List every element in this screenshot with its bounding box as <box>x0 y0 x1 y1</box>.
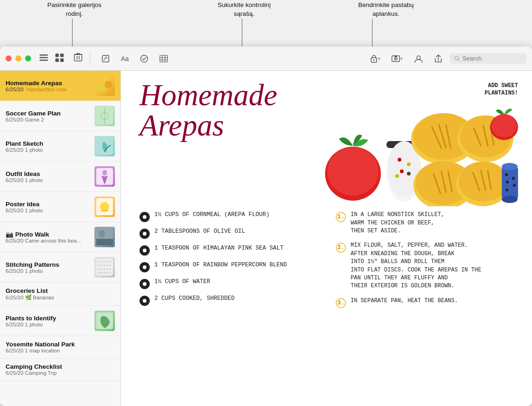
svg-rect-7 <box>74 54 82 61</box>
bullet-1 <box>140 212 150 222</box>
note-item-2[interactable]: Soccer Game Plan 6/25/20 Game 2 <box>0 101 120 131</box>
format-text-button[interactable]: Aa <box>117 53 133 64</box>
svg-point-38 <box>100 202 109 211</box>
note-item-6[interactable]: 📷 Photo Walk 6/25/20 Came across this be… <box>0 222 120 252</box>
note-title-4: Outfit Ideas <box>6 170 91 177</box>
close-button[interactable] <box>6 55 12 61</box>
new-note-button[interactable] <box>98 53 113 65</box>
toolbar-separator <box>90 52 90 66</box>
ingredient-3: 1 TEASPOON OF HIMALAYAN PINK SEA SALT <box>140 244 322 256</box>
ingredients-column: 1½ CUPS OF CORNMEAL (AREPA FLOUR) 2 TABL… <box>140 211 322 315</box>
svg-point-86 <box>506 181 509 183</box>
note-meta-9: 6/25/20 1 photo <box>6 322 91 327</box>
note-item-10[interactable]: Yosemite National Park 6/25/20 1 map loc… <box>0 336 120 359</box>
search-box[interactable] <box>450 53 526 64</box>
anno-line-gallery <box>72 19 73 47</box>
note-title-11: Camping Checklist <box>6 363 115 370</box>
note-item-1[interactable]: Homemade Arepas 6/25/20 Handwritten note <box>0 71 120 101</box>
list-view-button[interactable] <box>37 53 51 65</box>
table-button[interactable] <box>156 53 172 64</box>
note-content: Homemade Arepas ADD SWEET PLANTAINS! <box>121 71 532 329</box>
step-num-1: 1. <box>336 212 346 222</box>
checklist-button[interactable] <box>136 53 152 65</box>
steps-column: 1. IN A LARGE NONSTICK SKILLET, WARM THE… <box>336 211 518 315</box>
svg-rect-4 <box>60 54 64 57</box>
window-controls <box>6 55 31 61</box>
note-info-3: Plant Sketch 6/25/20 1 photo <box>6 140 91 153</box>
search-icon <box>454 55 459 61</box>
note-title-6: 📷 Photo Walk <box>6 230 91 238</box>
step-3: 3. IN SEPARATE PAN, HEAT THE BEANS. <box>336 297 518 308</box>
ingredient-4: 1 TEASPOON OF RAINBOW PEPPERCORN BLEND <box>140 261 322 272</box>
photo-button[interactable]: ▾ <box>388 53 406 64</box>
svg-rect-5 <box>55 58 59 62</box>
step-text-3: IN SEPARATE PAN, HEAT THE BEANS. <box>351 297 458 305</box>
note-item-4[interactable]: Outfit Ideas 6/25/20 1 photo <box>0 162 120 192</box>
note-item-11[interactable]: Camping Checklist 6/25/20 Camping Trip <box>0 359 120 381</box>
note-title-3: Plant Sketch <box>6 140 91 147</box>
note-item-9[interactable]: Plants to Identify 6/25/20 1 photo <box>0 306 120 336</box>
note-view: Homemade Arepas ADD SWEET PLANTAINS! <box>121 71 532 406</box>
lock-button[interactable]: ▾ <box>366 53 384 65</box>
svg-point-30 <box>98 87 103 92</box>
svg-point-25 <box>417 56 420 60</box>
share-button[interactable] <box>431 53 446 65</box>
collaborate-button[interactable] <box>410 53 427 65</box>
recipe-area: 1½ CUPS OF CORNMEAL (AREPA FLOUR) 2 TABL… <box>140 211 518 315</box>
svg-point-50 <box>327 147 379 196</box>
note-item-7[interactable]: Stitching Patterns 6/25/20 1 photo <box>0 252 120 283</box>
note-title-5: Poster Idea <box>6 201 91 208</box>
maximize-button[interactable] <box>25 55 31 61</box>
ingredient-2: 2 TABLESPOONS OF OLIVE OIL <box>140 228 322 239</box>
svg-point-85 <box>512 177 515 180</box>
anno-line-share <box>372 19 372 47</box>
note-title-9: Plants to Identify <box>6 315 91 322</box>
note-item-8[interactable]: Groceries List 6/25/20 🌿 Bananas <box>0 283 120 306</box>
note-title-7: Stitching Patterns <box>6 261 91 268</box>
svg-rect-8 <box>77 56 78 60</box>
food-illustration <box>318 99 518 206</box>
svg-rect-1 <box>40 57 48 58</box>
note-item-3[interactable]: Plant Sketch 6/25/20 1 photo <box>0 131 120 162</box>
search-input[interactable] <box>462 55 522 62</box>
annotation-gallery: Pasirinkite galerijos rodinj. <box>44 1 105 19</box>
lock-dropdown-arrow: ▾ <box>378 56 380 61</box>
note-info-1: Homemade Arepas 6/25/20 Handwritten note <box>6 80 91 92</box>
bullet-6 <box>140 296 150 306</box>
note-meta-7: 6/25/20 1 photo <box>6 268 91 274</box>
note-item-5[interactable]: Poster Idea 6/25/20 1 photo <box>0 192 120 222</box>
ingredient-text-3: 1 TEASPOON OF HIMALAYAN PINK SEA SALT <box>154 244 284 253</box>
titlebar: Aa <box>0 47 532 71</box>
svg-rect-42 <box>99 230 105 237</box>
grid-view-button[interactable] <box>53 52 66 66</box>
svg-point-87 <box>513 184 516 187</box>
svg-point-88 <box>505 189 508 191</box>
ingredient-1: 1½ CUPS OF CORNMEAL (AREPA FLOUR) <box>140 211 322 222</box>
ingredient-text-2: 2 TABLESPOONS OF OLIVE OIL <box>154 228 245 236</box>
svg-point-82 <box>502 163 518 170</box>
svg-line-27 <box>458 60 459 61</box>
ingredient-text-1: 1½ CUPS OF CORNMEAL (AREPA FLOUR) <box>154 211 270 219</box>
note-info-4: Outfit Ideas 6/25/20 1 photo <box>6 170 91 183</box>
svg-point-58 <box>395 174 399 178</box>
svg-point-70 <box>492 114 517 137</box>
note-info-2: Soccer Game Plan 6/25/20 Game 2 <box>6 110 91 122</box>
delete-button[interactable] <box>70 51 86 66</box>
minimize-button[interactable] <box>15 55 21 61</box>
note-meta-5: 6/25/20 1 photo <box>6 208 91 213</box>
note-meta-10: 6/25/20 1 map location <box>6 348 115 353</box>
svg-point-13 <box>141 55 148 62</box>
note-thumb-9 <box>94 311 115 331</box>
note-title-8: Groceries List <box>6 287 115 294</box>
note-title-10: Yosemite National Park <box>6 341 115 348</box>
annotation-share: Bendrinkite pastabų aplankus. <box>353 1 419 19</box>
main-window: Aa <box>0 47 532 406</box>
ingredient-text-5: 1½ CUPS OF WATER <box>154 278 210 286</box>
svg-rect-3 <box>55 54 59 57</box>
svg-rect-11 <box>77 53 80 54</box>
note-info-7: Stitching Patterns 6/25/20 1 photo <box>6 261 91 274</box>
svg-rect-12 <box>102 55 109 62</box>
note-meta-11: 6/25/20 Camping Trip <box>6 370 115 376</box>
content-area: Homemade Arepas 6/25/20 Handwritten note <box>0 71 532 406</box>
note-thumb-2 <box>94 106 115 126</box>
